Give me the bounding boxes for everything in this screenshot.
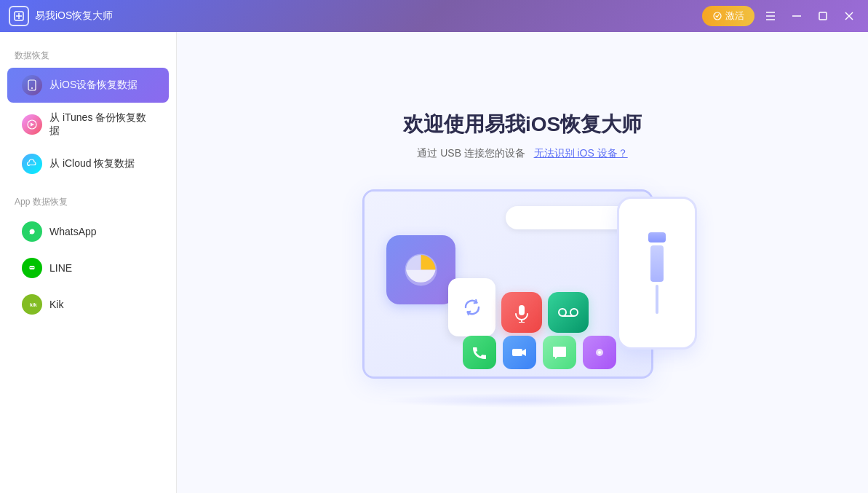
voicemail-icon xyxy=(548,292,589,333)
sidebar-whatsapp-label: WhatsApp xyxy=(49,226,97,237)
pie-chart-svg xyxy=(401,250,441,290)
sidebar-item-whatsapp[interactable]: WhatsApp xyxy=(7,214,169,249)
sidebar-icloud-label: 从 iCloud 恢复数据 xyxy=(49,157,135,170)
icloud-icon xyxy=(22,154,42,174)
welcome-title: 欢迎使用易我iOS恢复大师 xyxy=(403,111,642,138)
window-controls: 激活 xyxy=(702,6,859,26)
app-icons-row xyxy=(463,336,616,369)
main-layout: 数据恢复 从iOS设备恢复数据 从 iTunes 备份恢复数据 xyxy=(0,32,868,493)
svg-rect-8 xyxy=(819,12,827,20)
svg-point-12 xyxy=(31,87,33,89)
phone-illustration xyxy=(617,197,697,350)
app-title: 易我iOS恢复大师 xyxy=(35,9,113,23)
svg-point-29 xyxy=(570,309,578,316)
section-data-recovery-label: 数据恢复 xyxy=(0,44,176,66)
ios-device-icon xyxy=(22,75,42,95)
usb-connector xyxy=(648,232,666,242)
monitor-screen xyxy=(365,192,651,376)
svg-point-17 xyxy=(30,267,31,269)
svg-text:kik: kik xyxy=(30,302,37,307)
activate-button[interactable]: 激活 xyxy=(702,6,754,26)
sidebar-item-kik[interactable]: kik Kik xyxy=(7,287,169,322)
svg-rect-25 xyxy=(519,305,525,315)
app-logo: 易我iOS恢复大师 xyxy=(9,6,113,26)
sidebar-itunes-label: 从 iTunes 备份恢复数据 xyxy=(49,111,154,138)
minimize-button[interactable] xyxy=(787,6,807,26)
logo-icon xyxy=(9,6,29,26)
refresh-doc-icon xyxy=(448,278,495,336)
sidebar-item-line[interactable]: LINE xyxy=(7,251,169,285)
phone-app-icon xyxy=(463,336,496,369)
close-button[interactable] xyxy=(839,6,859,26)
purple-app-icon xyxy=(583,336,616,369)
subtitle-text: 通过 USB 连接您的设备 xyxy=(417,147,525,159)
hero-illustration xyxy=(326,182,719,415)
kik-icon: kik xyxy=(22,294,42,315)
message-app-icon xyxy=(543,336,576,369)
usb-cable-wire xyxy=(656,285,658,314)
pie-chart-icon xyxy=(386,235,455,304)
line-icon xyxy=(22,258,42,278)
sidebar-item-ios-device[interactable]: 从iOS设备恢复数据 xyxy=(7,68,169,103)
svg-rect-31 xyxy=(512,349,522,356)
sidebar-item-icloud[interactable]: 从 iCloud 恢复数据 xyxy=(7,146,169,181)
welcome-subtitle: 通过 USB 连接您的设备 无法识别 iOS 设备？ xyxy=(417,147,627,160)
titlebar: 易我iOS恢复大师 激活 xyxy=(0,0,868,32)
usb-body xyxy=(650,245,664,282)
svg-point-18 xyxy=(31,267,33,269)
sidebar-item-itunes[interactable]: 从 iTunes 备份恢复数据 xyxy=(7,104,169,145)
sidebar-kik-label: Kik xyxy=(49,299,63,310)
svg-point-33 xyxy=(598,351,601,354)
mic-icon xyxy=(501,292,542,333)
svg-point-19 xyxy=(33,267,34,269)
maximize-button[interactable] xyxy=(813,6,833,26)
sidebar-ios-label: 从iOS设备恢复数据 xyxy=(49,79,138,92)
video-app-icon xyxy=(503,336,536,369)
cannot-detect-link[interactable]: 无法识别 iOS 设备？ xyxy=(534,147,628,159)
svg-point-28 xyxy=(559,309,566,316)
whatsapp-icon xyxy=(22,221,42,242)
usb-cable xyxy=(648,232,666,314)
monitor-illustration xyxy=(362,189,653,379)
section-app-recovery-label: App 数据恢复 xyxy=(0,190,176,213)
menu-button[interactable] xyxy=(760,6,781,26)
itunes-icon xyxy=(22,114,42,135)
content-area: 欢迎使用易我iOS恢复大师 通过 USB 连接您的设备 无法识别 iOS 设备？ xyxy=(177,32,868,493)
sidebar-line-label: LINE xyxy=(49,262,72,274)
sidebar: 数据恢复 从iOS设备恢复数据 从 iTunes 备份恢复数据 xyxy=(0,32,177,493)
monitor-shadow xyxy=(384,393,661,408)
